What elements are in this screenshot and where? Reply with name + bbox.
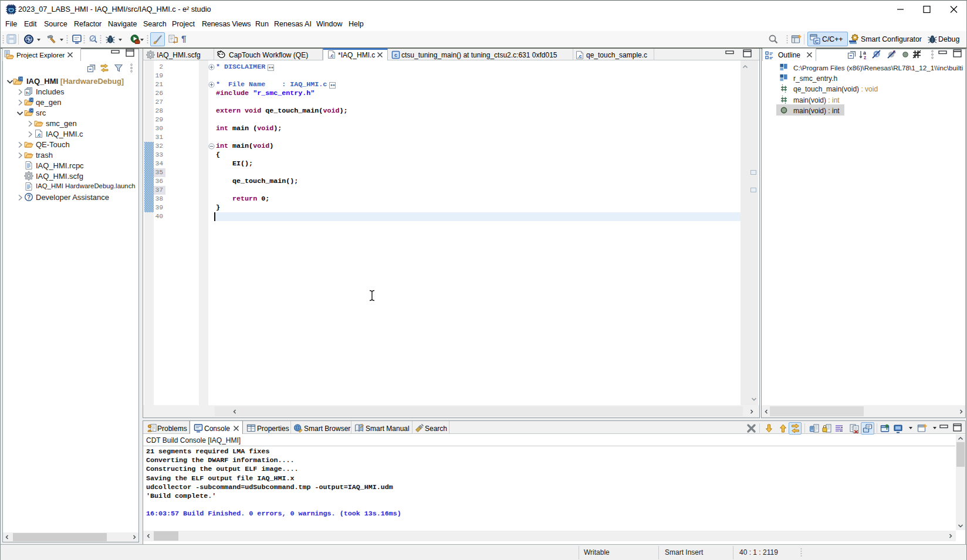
svg-text:C: C bbox=[815, 39, 819, 45]
svg-text:z: z bbox=[864, 55, 866, 60]
